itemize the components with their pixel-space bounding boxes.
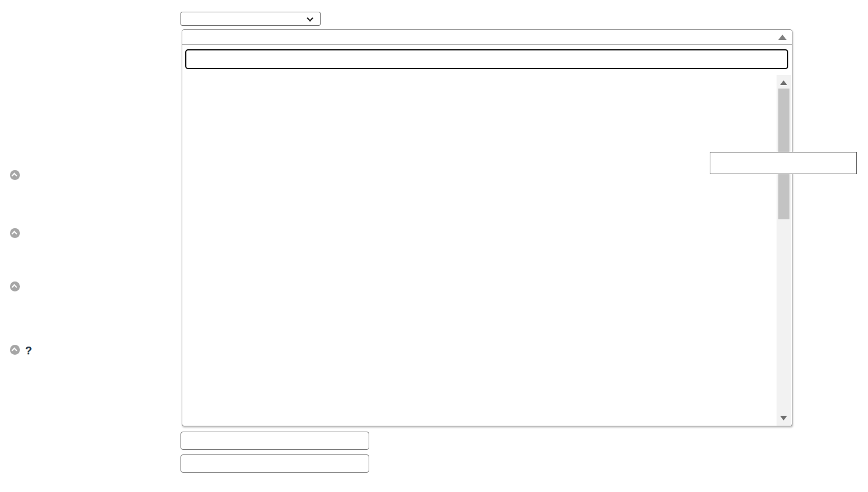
section-link-statistics[interactable] bbox=[8, 228, 20, 239]
scrollbar-down-icon[interactable] bbox=[780, 416, 787, 420]
scrollbar[interactable] bbox=[777, 75, 791, 426]
input-search-field[interactable] bbox=[185, 49, 788, 69]
chevron-up-icon[interactable] bbox=[778, 35, 787, 40]
show-data-after-input[interactable] bbox=[181, 432, 369, 450]
chevron-down-icon bbox=[307, 15, 313, 21]
collapse-toggle-icon[interactable] bbox=[10, 345, 20, 355]
collapse-toggle-icon[interactable] bbox=[10, 281, 20, 291]
input-combobox-display[interactable] bbox=[182, 30, 792, 45]
help-icon[interactable]: ? bbox=[25, 344, 32, 357]
collapse-toggle-icon[interactable] bbox=[10, 170, 20, 180]
collapse-toggle-icon[interactable] bbox=[10, 228, 20, 238]
input-combobox-panel bbox=[182, 29, 792, 426]
binary-threshold-input[interactable] bbox=[181, 454, 369, 473]
site-select[interactable] bbox=[181, 12, 321, 26]
section-link-y-axis-options[interactable] bbox=[8, 281, 20, 293]
tooltip bbox=[710, 152, 857, 174]
section-link-display-property[interactable] bbox=[8, 169, 20, 181]
section-link-data-filter[interactable]: ? bbox=[8, 344, 32, 356]
scrollbar-up-icon[interactable] bbox=[780, 80, 787, 85]
inputs-rows bbox=[182, 134, 777, 426]
inputs-listbox bbox=[182, 75, 777, 426]
